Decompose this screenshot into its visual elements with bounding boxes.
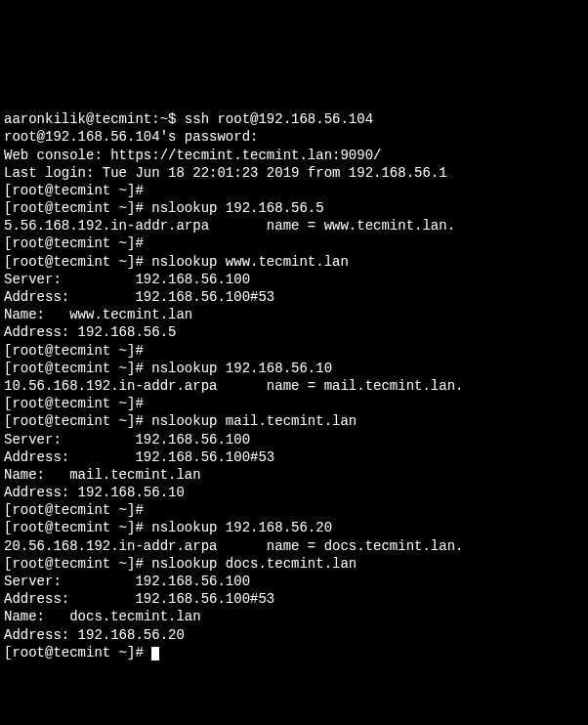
terminal-line: [root@tecmint ~]# nslookup mail.tecmint.… (4, 412, 584, 430)
terminal-line: [root@tecmint ~]# (4, 395, 584, 412)
terminal-line: Server: 192.168.56.100 (4, 431, 584, 448)
terminal-line: Last login: Tue Jun 18 22:01:23 2019 fro… (4, 164, 584, 182)
terminal-line: [root@tecmint ~]# (4, 501, 584, 519)
terminal-line: Address: 192.168.56.100#53 (4, 448, 584, 466)
terminal-line: 5.56.168.192.in-addr.arpa name = www.tec… (4, 217, 584, 235)
terminal-line: [root@tecmint ~]# nslookup 192.168.56.10 (4, 360, 584, 377)
terminal-line: [root@tecmint ~]# (4, 235, 584, 252)
terminal-line: Name: docs.tecmint.lan (4, 608, 584, 625)
terminal-line: Address: 192.168.56.20 (4, 626, 584, 644)
terminal-line: [root@tecmint ~]# nslookup www.tecmint.l… (4, 253, 584, 271)
terminal-line: Name: mail.tecmint.lan (4, 466, 584, 484)
terminal-line: [root@tecmint ~]# (4, 644, 584, 661)
terminal-output: aaronkilik@tecmint:~$ ssh root@192.168.5… (4, 110, 584, 661)
cursor-icon (151, 647, 159, 661)
terminal-line: Name: www.tecmint.lan (4, 306, 584, 323)
terminal-line: aaronkilik@tecmint:~$ ssh root@192.168.5… (4, 110, 584, 128)
terminal-window[interactable]: aaronkilik@tecmint:~$ ssh root@192.168.5… (4, 75, 584, 725)
terminal-line: [root@tecmint ~]# (4, 182, 584, 199)
terminal-line: Address: 192.168.56.100#53 (4, 590, 584, 608)
terminal-line: [root@tecmint ~]# (4, 342, 584, 360)
terminal-line: Address: 192.168.56.5 (4, 323, 584, 341)
terminal-line: [root@tecmint ~]# nslookup 192.168.56.5 (4, 199, 584, 217)
terminal-line: 20.56.168.192.in-addr.arpa name = docs.t… (4, 537, 584, 555)
terminal-line: [root@tecmint ~]# nslookup 192.168.56.20 (4, 519, 584, 536)
terminal-line: Address: 192.168.56.10 (4, 484, 584, 501)
terminal-line: Server: 192.168.56.100 (4, 271, 584, 288)
terminal-line: Address: 192.168.56.100#53 (4, 288, 584, 306)
terminal-line: Web console: https://tecmint.tecmint.lan… (4, 147, 584, 164)
terminal-line: Server: 192.168.56.100 (4, 573, 584, 590)
terminal-line: [root@tecmint ~]# nslookup docs.tecmint.… (4, 555, 584, 573)
terminal-line: 10.56.168.192.in-addr.arpa name = mail.t… (4, 377, 584, 395)
terminal-line: root@192.168.56.104's password: (4, 128, 584, 146)
